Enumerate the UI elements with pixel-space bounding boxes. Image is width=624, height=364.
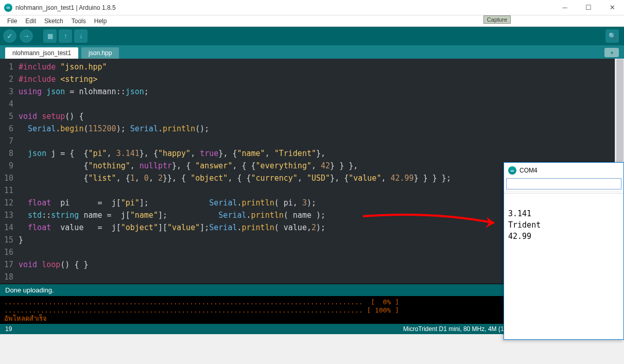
line-number: 10 — [0, 172, 13, 184]
line-number: 5 — [0, 110, 13, 123]
open-button[interactable]: ↑ — [59, 29, 72, 43]
serial-monitor-window: COM4 3.141 Trident 42.99 — [504, 162, 624, 340]
minimize-button[interactable]: ─ — [553, 0, 577, 15]
line-number: 3 — [0, 85, 13, 98]
line-number: 15 — [0, 234, 13, 246]
line-number: 13 — [0, 209, 13, 221]
line-number: 7 — [0, 135, 13, 147]
save-button[interactable]: ↓ — [74, 29, 88, 43]
serial-line: 3.141 — [508, 209, 531, 218]
upload-button[interactable]: → — [20, 29, 33, 43]
line-number: 14 — [0, 221, 13, 234]
serial-input[interactable] — [506, 178, 621, 189]
serial-line: Trident — [508, 220, 541, 230]
verify-button[interactable]: ✓ — [3, 29, 16, 43]
console-line: ........................................… — [4, 298, 399, 306]
line-number: 11 — [0, 184, 13, 197]
capture-button[interactable]: Capture — [483, 15, 511, 24]
arduino-logo-icon — [4, 4, 12, 12]
line-number: 16 — [0, 246, 13, 258]
menubar: File Edit Sketch Tools Help Capture — [0, 15, 624, 27]
line-number: 2 — [0, 73, 13, 85]
serial-titlebar: COM4 — [504, 163, 623, 178]
tabbar: nlohmann_json_test1 json.hpp ▾ — [0, 45, 624, 59]
window-titlebar: nlohmann_json_test1 | Arduino 1.8.5 ─ ☐ … — [0, 0, 624, 15]
line-number: 4 — [0, 98, 13, 110]
window-title: nlohmann_json_test1 | Arduino 1.8.5 — [15, 4, 553, 11]
menu-file[interactable]: File — [3, 16, 21, 26]
menu-help[interactable]: Help — [90, 16, 111, 26]
serial-monitor-button[interactable]: 🔍 — [605, 29, 619, 43]
new-button[interactable]: ▦ — [43, 29, 57, 43]
menu-edit[interactable]: Edit — [21, 16, 40, 26]
line-number: 9 — [0, 160, 13, 172]
line-number: 1 — [0, 61, 13, 73]
line-number: 6 — [0, 123, 13, 135]
serial-output[interactable]: 3.141 Trident 42.99 — [504, 193, 623, 339]
tab-dropdown-icon[interactable]: ▾ — [604, 48, 619, 57]
serial-title: COM4 — [519, 167, 538, 174]
menu-sketch[interactable]: Sketch — [40, 16, 67, 26]
arduino-logo-icon — [508, 166, 516, 175]
console-line: ........................................… — [4, 306, 399, 314]
cursor-line: 19 — [5, 325, 12, 333]
console-line: อัพโหลดสำเร็จ — [4, 315, 47, 322]
line-gutter: 1 2 3 4 5 6 7 8 9 10 11 12 13 14 15 16 1… — [0, 59, 16, 284]
tab-jsonhpp[interactable]: json.hpp — [81, 47, 119, 59]
toolbar: ✓ → ▦ ↑ ↓ 🔍 — [0, 27, 624, 45]
serial-line: 42.99 — [508, 232, 531, 241]
menu-tools[interactable]: Tools — [67, 16, 90, 26]
line-number: 17 — [0, 258, 13, 271]
line-number: 12 — [0, 197, 13, 209]
line-number: 8 — [0, 147, 13, 160]
tab-main[interactable]: nlohmann_json_test1 — [5, 47, 78, 59]
close-button[interactable]: ✕ — [600, 0, 624, 15]
line-number: 18 — [0, 271, 13, 283]
maximize-button[interactable]: ☐ — [577, 0, 600, 15]
